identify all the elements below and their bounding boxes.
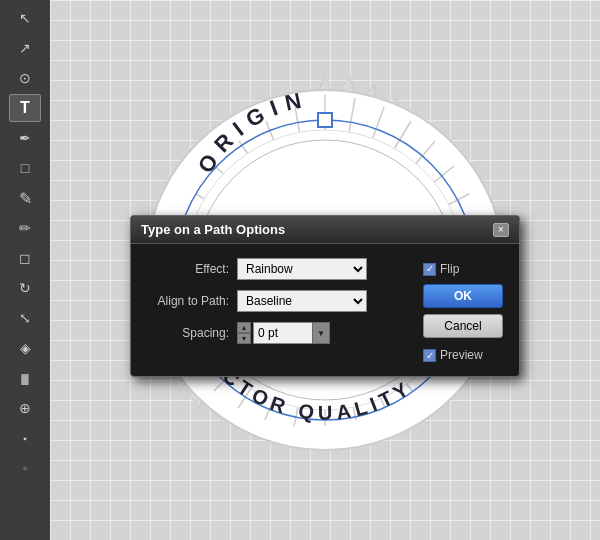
spacing-input[interactable] bbox=[253, 322, 313, 344]
effect-select[interactable]: Rainbow Skew 3D Ribbon Stair Step Gravit… bbox=[237, 258, 367, 280]
dialog-buttons: OK Cancel ✓ Preview bbox=[423, 284, 503, 362]
cancel-button[interactable]: Cancel bbox=[423, 314, 503, 338]
gradient-tool[interactable]: ▓ bbox=[9, 364, 41, 392]
spinner-down[interactable]: ▼ bbox=[237, 333, 251, 344]
spinner-buttons: ▲ ▼ bbox=[237, 322, 251, 344]
blend-tool[interactable]: ◈ bbox=[9, 334, 41, 362]
fill-tool[interactable]: ▪ bbox=[9, 424, 41, 452]
align-select[interactable]: Baseline Ascender Descender Center bbox=[237, 290, 367, 312]
pen-tool[interactable]: ✒ bbox=[9, 124, 41, 152]
dialog-form: Effect: Rainbow Skew 3D Ribbon Stair Ste… bbox=[147, 258, 407, 362]
align-row: Align to Path: Baseline Ascender Descend… bbox=[147, 290, 407, 312]
preview-area: ✓ Preview bbox=[423, 348, 503, 362]
spacing-dropdown-arrow[interactable]: ▼ bbox=[312, 322, 330, 344]
flip-checkmark: ✓ bbox=[426, 264, 434, 274]
rotate-tool[interactable]: ↻ bbox=[9, 274, 41, 302]
pencil-tool[interactable]: ✏ bbox=[9, 214, 41, 242]
spacing-input-wrapper: ▲ ▼ ▼ bbox=[237, 322, 330, 344]
eraser-tool[interactable]: ◻ bbox=[9, 244, 41, 272]
align-label: Align to Path: bbox=[147, 294, 237, 308]
ok-button[interactable]: OK bbox=[423, 284, 503, 308]
spinner-up[interactable]: ▲ bbox=[237, 322, 251, 333]
lasso-tool[interactable]: ⊙ bbox=[9, 64, 41, 92]
zoom-tool[interactable]: ⊕ bbox=[9, 394, 41, 422]
preview-checkbox[interactable]: ✓ bbox=[423, 349, 436, 362]
selection-tool[interactable]: ↖ bbox=[9, 4, 41, 32]
svg-rect-36 bbox=[318, 113, 332, 127]
spacing-label: Spacing: bbox=[147, 326, 237, 340]
spacing-row: Spacing: ▲ ▼ ▼ bbox=[147, 322, 407, 344]
toolbar: ↖ ↗ ⊙ T ✒ □ ✎ ✏ ◻ ↻ ⤡ ◈ ▓ ⊕ ▪ ▫ bbox=[0, 0, 50, 540]
flip-area: ✓ Flip bbox=[423, 262, 459, 276]
type-tool[interactable]: T bbox=[9, 94, 41, 122]
flip-label[interactable]: Flip bbox=[440, 262, 459, 276]
close-button[interactable]: × bbox=[493, 223, 509, 237]
effect-label: Effect: bbox=[147, 262, 237, 276]
direct-select-tool[interactable]: ↗ bbox=[9, 34, 41, 62]
dialog-right: ✓ Flip OK Cancel ✓ Preview bbox=[423, 258, 503, 362]
preview-label[interactable]: Preview bbox=[440, 348, 483, 362]
align-select-wrapper: Baseline Ascender Descender Center bbox=[237, 290, 367, 312]
shape-tool[interactable]: □ bbox=[9, 154, 41, 182]
dialog-title: Type on a Path Options bbox=[141, 222, 285, 237]
type-on-path-dialog: Type on a Path Options × Effect: Rainbow… bbox=[130, 215, 520, 377]
scale-tool[interactable]: ⤡ bbox=[9, 304, 41, 332]
dialog-titlebar: Type on a Path Options × bbox=[131, 216, 519, 244]
stroke-tool[interactable]: ▫ bbox=[9, 454, 41, 482]
preview-checkmark: ✓ bbox=[426, 350, 434, 361]
effect-select-wrapper: Rainbow Skew 3D Ribbon Stair Step Gravit… bbox=[237, 258, 367, 280]
paintbrush-tool[interactable]: ✎ bbox=[9, 184, 41, 212]
effect-row: Effect: Rainbow Skew 3D Ribbon Stair Ste… bbox=[147, 258, 407, 280]
dialog-body: Effect: Rainbow Skew 3D Ribbon Stair Ste… bbox=[131, 244, 519, 376]
flip-checkbox[interactable]: ✓ bbox=[423, 263, 436, 276]
